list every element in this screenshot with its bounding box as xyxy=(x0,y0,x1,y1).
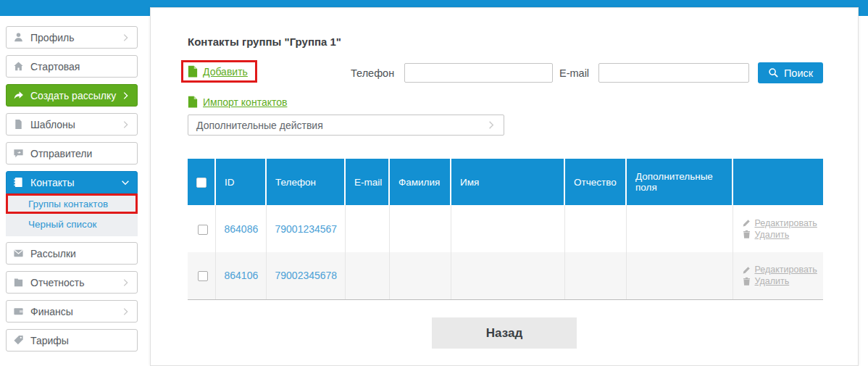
contact-firstname-cell xyxy=(451,205,564,252)
search-button-label: Поиск xyxy=(784,67,813,79)
page-title: Контакты группы "Группа 1" xyxy=(188,36,341,48)
dropdown-label: Дополнительные действия xyxy=(196,120,485,131)
column-header-extra-fields: Дополнительные поля xyxy=(626,159,733,205)
contact-phone-link[interactable]: 79002345678 xyxy=(275,270,338,281)
sidebar-item-finance[interactable]: Финансы xyxy=(6,300,138,323)
trash-icon xyxy=(742,230,751,239)
email-label: E-mail xyxy=(559,67,589,79)
sidebar-item-tariffs[interactable]: Тарифы xyxy=(6,329,138,352)
contact-phone-link[interactable]: 79001234567 xyxy=(275,223,338,235)
phone-search-field: Телефон xyxy=(351,63,553,83)
sidebar-item-label: Отчетность xyxy=(30,277,120,288)
sidebar-item-start[interactable]: Стартовая xyxy=(6,55,138,78)
contacts-submenu: Группы контактов Черный список xyxy=(6,194,138,236)
column-header-email: E-mail xyxy=(345,159,389,205)
chat-icon xyxy=(13,148,24,159)
column-header-id: ID xyxy=(215,159,266,205)
sidebar-item-label: Профиль xyxy=(30,32,120,43)
sidebar-item-mailings[interactable]: Рассылки xyxy=(6,242,138,265)
column-header-phone: Телефон xyxy=(266,159,345,205)
table-row: 864086 79001234567 Редактировать Удалить xyxy=(188,205,823,252)
sidebar-item-label: Финансы xyxy=(30,306,120,317)
submenu-item-blacklist[interactable]: Черный список xyxy=(6,214,138,234)
select-all-checkbox[interactable] xyxy=(196,178,206,188)
contact-extra-cell xyxy=(626,205,733,252)
import-contacts-link[interactable]: Импорт контактов xyxy=(203,96,287,108)
submenu-item-contact-groups[interactable]: Группы контактов xyxy=(6,194,138,214)
contact-lastname-cell xyxy=(389,252,451,299)
back-button[interactable]: Назад xyxy=(432,317,577,349)
report-icon xyxy=(13,277,24,288)
chevron-right-icon xyxy=(120,278,130,288)
contact-email-cell xyxy=(345,205,389,252)
sidebar-item-profile[interactable]: Профиль xyxy=(6,26,138,49)
contact-id-link[interactable]: 864106 xyxy=(225,270,259,281)
search-button[interactable]: Поиск xyxy=(758,62,823,83)
contacts-table: ID Телефон E-mail Фамилия Имя Отчество Д… xyxy=(188,159,823,300)
chevron-right-icon xyxy=(120,307,130,317)
sidebar-item-create-mailing[interactable]: Создать рассылку xyxy=(6,84,138,107)
sidebar-item-label: Тарифы xyxy=(30,335,130,346)
contact-email-cell xyxy=(345,252,389,299)
email-search-field: E-mail xyxy=(559,63,749,83)
contact-firstname-cell xyxy=(451,252,564,299)
row-actions-cell: Редактировать Удалить xyxy=(733,252,823,299)
chevron-right-icon xyxy=(120,91,130,101)
email-input[interactable] xyxy=(598,63,749,83)
sidebar-item-label: Стартовая xyxy=(30,61,130,72)
contact-id-link[interactable]: 864086 xyxy=(225,223,259,235)
phone-label: Телефон xyxy=(351,67,394,79)
row-actions-cell: Редактировать Удалить xyxy=(733,205,823,252)
contact-middlename-cell xyxy=(564,205,626,252)
pencil-icon xyxy=(742,218,751,228)
table-header-row: ID Телефон E-mail Фамилия Имя Отчество Д… xyxy=(188,159,823,205)
send-arrow-icon xyxy=(13,90,24,101)
edit-link[interactable]: Редактировать xyxy=(755,265,817,275)
user-icon xyxy=(13,32,24,43)
delete-link[interactable]: Удалить xyxy=(755,276,790,286)
contact-extra-cell xyxy=(626,252,733,299)
search-icon xyxy=(768,67,779,78)
add-contact-highlight-box: Добавить xyxy=(181,60,257,83)
table-row: 864106 79002345678 Редактировать Удалить xyxy=(188,252,823,299)
sidebar-item-label: Создать рассылку xyxy=(30,90,120,101)
sidebar-item-reports[interactable]: Отчетность xyxy=(6,271,138,294)
column-header-firstname: Имя xyxy=(451,159,564,205)
column-header-lastname: Фамилия xyxy=(389,159,451,205)
row-checkbox[interactable] xyxy=(198,271,208,281)
trash-icon xyxy=(742,277,751,286)
chevron-down-icon xyxy=(120,178,130,188)
column-header-actions xyxy=(733,159,823,205)
additional-actions-dropdown[interactable]: Дополнительные действия xyxy=(188,115,504,136)
sidebar-item-label: Отправители xyxy=(30,148,130,159)
tag-icon xyxy=(13,335,24,346)
chevron-right-icon xyxy=(120,33,130,43)
envelope-icon xyxy=(13,248,24,259)
contact-lastname-cell xyxy=(389,205,451,252)
submenu-item-label: Черный список xyxy=(28,219,96,230)
submenu-item-label: Группы контактов xyxy=(28,199,108,209)
delete-link[interactable]: Удалить xyxy=(755,230,790,240)
sidebar-item-contacts[interactable]: Контакты xyxy=(6,171,138,194)
file-green-icon xyxy=(188,96,198,108)
sidebar-item-label: Рассылки xyxy=(30,248,130,259)
import-contacts-row: Импорт контактов xyxy=(188,96,287,108)
wallet-icon xyxy=(13,306,24,317)
contact-middlename-cell xyxy=(564,252,626,299)
row-checkbox[interactable] xyxy=(198,225,208,235)
pencil-icon xyxy=(742,265,751,275)
add-contact-link[interactable]: Добавить xyxy=(203,66,248,78)
document-icon xyxy=(13,119,24,130)
sidebar-item-templates[interactable]: Шаблоны xyxy=(6,113,138,136)
column-header-middlename: Отчество xyxy=(564,159,626,205)
file-green-icon xyxy=(188,65,198,78)
edit-link[interactable]: Редактировать xyxy=(755,218,817,228)
sidebar-item-label: Шаблоны xyxy=(30,119,120,130)
chevron-right-icon xyxy=(120,120,130,130)
sidebar-item-label: Контакты xyxy=(30,177,120,188)
main-content-card: Контакты группы "Группа 1" Добавить Теле… xyxy=(150,7,859,366)
sidebar: Профиль Стартовая Создать рассылку Шабло… xyxy=(6,26,138,358)
home-icon xyxy=(13,61,24,72)
sidebar-item-senders[interactable]: Отправители xyxy=(6,142,138,165)
phone-input[interactable] xyxy=(404,63,553,83)
